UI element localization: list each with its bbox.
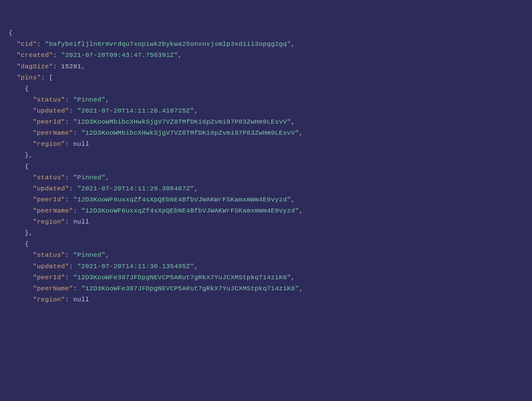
colon: : [41,74,49,81]
key-peerid: "peerId" [33,274,65,281]
value-created: "2021-07-20T09:43:47.756391Z" [61,52,178,59]
comma: , [291,196,295,203]
colon: : [69,107,77,114]
colon: : [37,41,45,48]
brace-open: { [9,30,13,37]
comma: , [299,129,303,137]
key-dagsize: "dagSize" [17,63,53,70]
value-peerid-2: "12D3KooWFe387JFDpgNEVCP5ARut7gRkX7YuJCX… [73,274,291,281]
colon: : [53,52,61,59]
key-peername: "peerName" [33,207,73,214]
value-updated-1: "2021-07-20T14:11:29.308487Z" [77,185,194,192]
value-status: "Pinned" [73,252,106,259]
key-region: "region" [33,141,65,148]
key-status: "status" [33,174,65,181]
comma: , [299,207,303,214]
comma: , [106,174,110,181]
brace-close: } [25,152,29,159]
key-peername: "peerName" [33,285,73,292]
key-updated: "updated" [33,263,69,270]
brace-open: { [25,240,29,248]
colon: : [65,196,73,203]
key-peerid: "peerId" [33,196,65,203]
value-region: null [73,218,89,225]
brace-open: { [25,163,29,170]
comma: , [81,63,85,70]
key-cid: "cid" [17,41,37,48]
comma: , [291,41,295,48]
bracket-open: [ [49,74,53,81]
value-peerid-0: "12D3KooWMbibcXHwkSjgV7VZ8TMfDKi6pZvmi97… [73,118,291,125]
key-status: "status" [33,252,65,259]
value-updated-0: "2021-07-20T14:11:28.418725Z" [77,107,194,114]
value-updated-2: "2021-07-20T14:11:30.135495Z" [77,263,194,270]
brace-open: { [25,85,29,92]
comma: , [29,152,33,159]
key-peername: "peerName" [33,129,73,137]
key-updated: "updated" [33,185,69,192]
key-peerid: "peerId" [33,118,65,125]
key-region: "region" [33,296,65,303]
value-cid: "bafybeifljln6rmvrdqu7xopiwk2bykwa25onxn… [45,41,291,48]
comma: , [106,96,110,103]
key-pins: "pins" [17,74,41,81]
colon: : [73,207,81,214]
colon: : [69,185,77,192]
colon: : [73,129,81,137]
comma: , [29,229,33,236]
value-peername-1: "12D3KooWF6uxxqZf4sXpQEbNE4BfbVJWAKWrFSK… [81,207,299,214]
json-code-block: { "cid": "bafybeifljln6rmvrdqu7xopiwk2by… [9,28,523,305]
value-dagsize: 15291 [61,63,81,70]
comma: , [194,263,198,270]
comma: , [194,107,198,114]
key-updated: "updated" [33,107,69,114]
brace-close: } [25,229,29,236]
colon: : [65,118,73,125]
colon: : [69,263,77,270]
colon: : [65,218,73,225]
comma: , [291,118,295,125]
value-peername-2: "12D3KooWFe387JFDpgNEVCP5ARut7gRkX7YuJCX… [81,285,299,292]
colon: : [65,274,73,281]
comma: , [291,274,295,281]
value-status: "Pinned" [73,96,106,103]
value-region: null [73,141,89,148]
colon: : [53,63,61,70]
colon: : [65,252,73,259]
colon: : [65,96,73,103]
key-created: "created" [17,52,53,59]
value-region: null [73,296,89,303]
key-region: "region" [33,218,65,225]
colon: : [65,296,73,303]
value-peerid-1: "12D3KooWF6uxxqZf4sXpQEbNE4BfbVJWAKWrFSK… [73,196,291,203]
value-peername-0: "12D3KooWMbibcXHwkSjgV7VZ8TMfDKi6pZvmi97… [81,129,299,137]
key-status: "status" [33,96,65,103]
colon: : [65,174,73,181]
colon: : [65,141,73,148]
comma: , [178,52,182,59]
value-status: "Pinned" [73,174,106,181]
colon: : [73,285,81,292]
comma: , [106,252,110,259]
comma: , [194,185,198,192]
comma: , [299,285,303,292]
